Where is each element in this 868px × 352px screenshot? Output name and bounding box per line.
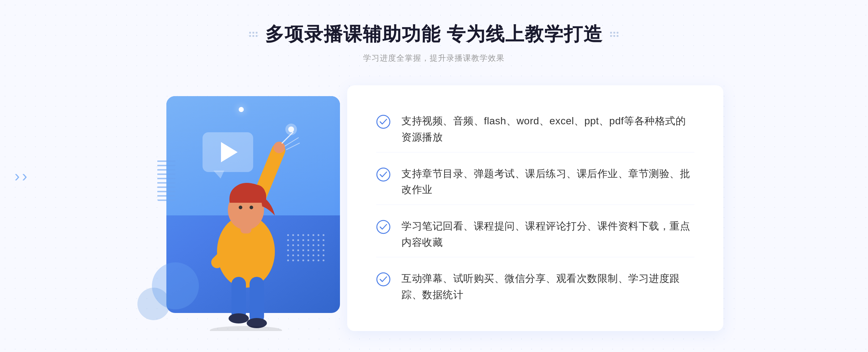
feature-text-1: 支持视频、音频、flash、word、excel、ppt、pdf等各种格式的资源…: [401, 113, 694, 146]
left-chevrons-decoration: › ›: [14, 167, 27, 185]
feature-item-1: 支持视频、音频、flash、word、excel、ppt、pdf等各种格式的资源…: [376, 107, 694, 153]
check-icon-1: [376, 115, 391, 129]
svg-rect-4: [250, 277, 264, 324]
svg-point-18: [377, 115, 390, 128]
title-row: 多项录播课辅助功能 专为线上教学打造: [249, 22, 619, 47]
subtitle: 学习进度全掌握，提升录播课教学效果: [249, 53, 619, 64]
page-container: › › 多项录播课辅助功能 专为线上教学打造 学习进度全掌握，提升录播课教学效果: [0, 0, 868, 352]
person-illustration: [163, 107, 329, 331]
features-panel: 支持视频、音频、flash、word、excel、ppt、pdf等各种格式的资源…: [347, 85, 723, 331]
svg-point-9: [239, 206, 242, 209]
svg-point-19: [377, 168, 390, 181]
illustration-area: [145, 85, 354, 331]
svg-point-16: [285, 124, 297, 135]
left-title-decoration: [249, 32, 258, 37]
chevron-icon-2: ›: [22, 167, 27, 185]
feature-item-4: 互动弹幕、试听购买、微信分享、观看次数限制、学习进度跟踪、数据统计: [376, 264, 694, 310]
svg-point-10: [250, 206, 253, 209]
feature-item-2: 支持章节目录、弹题考试、课后练习、课后作业、章节测验、批改作业: [376, 159, 694, 205]
feature-item-3: 学习笔记回看、课程提问、课程评论打分、课件资料下载，重点内容收藏: [376, 212, 694, 258]
feature-text-2: 支持章节目录、弹题考试、课后练习、课后作业、章节测验、批改作业: [401, 166, 694, 198]
chevron-icon-1: ›: [14, 167, 20, 185]
feature-text-4: 互动弹幕、试听购买、微信分享、观看次数限制、学习进度跟踪、数据统计: [401, 271, 694, 303]
check-icon-4: [376, 272, 391, 287]
main-title: 多项录播课辅助功能 专为线上教学打造: [265, 22, 603, 47]
svg-point-11: [273, 142, 285, 153]
header-section: 多项录播课辅助功能 专为线上教学打造 学习进度全掌握，提升录播课教学效果: [249, 22, 619, 64]
svg-point-20: [377, 220, 390, 233]
svg-point-5: [229, 313, 249, 323]
svg-point-17: [210, 326, 282, 331]
check-icon-2: [376, 167, 391, 182]
svg-point-21: [377, 273, 390, 286]
content-section: 支持视频、音频、flash、word、excel、ppt、pdf等各种格式的资源…: [145, 85, 723, 331]
feature-text-3: 学习笔记回看、课程提问、课程评论打分、课件资料下载，重点内容收藏: [401, 218, 694, 251]
check-icon-3: [376, 220, 391, 234]
right-title-decoration: [610, 32, 619, 37]
